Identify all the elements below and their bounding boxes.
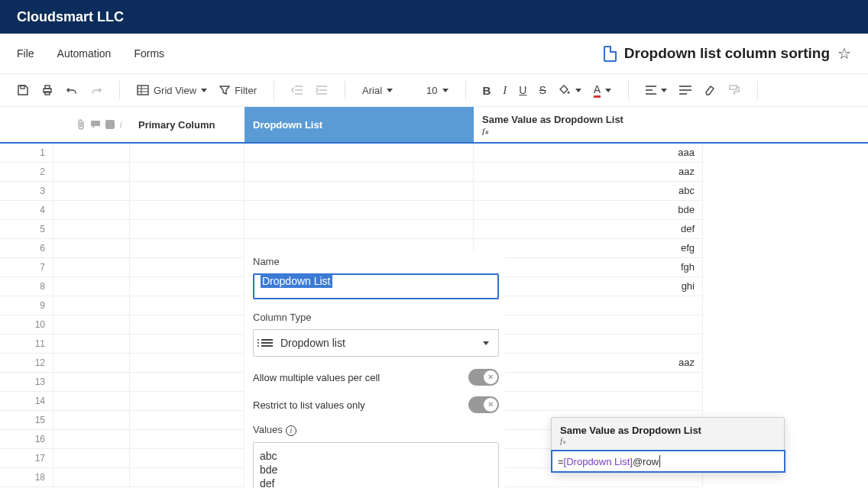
cell-primary[interactable] bbox=[130, 392, 245, 411]
info-icon[interactable]: i bbox=[286, 425, 296, 436]
row-number: 2 bbox=[0, 163, 53, 182]
row-icon-gutter bbox=[53, 449, 130, 468]
indent-icon[interactable] bbox=[313, 85, 331, 95]
svg-rect-21 bbox=[730, 86, 737, 89]
cell-same-value[interactable] bbox=[474, 315, 703, 334]
cell-dropdown[interactable] bbox=[245, 182, 474, 201]
svg-rect-22 bbox=[105, 120, 115, 129]
values-label: Valuesi bbox=[253, 424, 496, 436]
cell-same-value[interactable]: def bbox=[474, 220, 703, 239]
column-header-same-value[interactable]: Same Value as Dropdown List fₓ bbox=[474, 107, 703, 142]
table-row[interactable]: 2aaz bbox=[0, 163, 868, 182]
cell-primary[interactable] bbox=[130, 334, 245, 354]
row-icon-gutter bbox=[53, 373, 130, 392]
cell-same-value[interactable] bbox=[474, 296, 703, 315]
cell-same-value[interactable] bbox=[474, 373, 703, 392]
print-icon[interactable] bbox=[38, 84, 57, 96]
align-icon[interactable] bbox=[643, 86, 670, 95]
svg-point-14 bbox=[567, 92, 569, 94]
grid-view-dropdown[interactable]: Grid View bbox=[134, 84, 210, 96]
cell-primary[interactable] bbox=[130, 373, 245, 392]
cell-primary[interactable] bbox=[130, 449, 245, 468]
save-icon[interactable] bbox=[14, 84, 32, 96]
row-icon-gutter bbox=[53, 182, 130, 201]
formula-input[interactable]: =[Dropdown List]@row bbox=[551, 450, 785, 473]
cell-primary[interactable] bbox=[130, 430, 245, 449]
cell-primary[interactable] bbox=[130, 220, 245, 239]
cell-same-value[interactable]: abc bbox=[474, 182, 703, 201]
cell-same-value[interactable]: aaz bbox=[474, 354, 703, 373]
cell-primary[interactable] bbox=[130, 315, 245, 334]
italic-icon[interactable]: I bbox=[500, 84, 510, 97]
menu-file[interactable]: File bbox=[17, 47, 34, 60]
cell-primary[interactable] bbox=[130, 163, 245, 182]
document-title: Dropdown list column sorting bbox=[624, 45, 830, 62]
row-icon-gutter bbox=[53, 144, 130, 163]
cell-primary[interactable] bbox=[130, 239, 245, 258]
column-header-dropdown[interactable]: Dropdown List bbox=[245, 107, 474, 142]
column-type-dropdown[interactable]: Dropdown list bbox=[253, 329, 499, 357]
row-number: 18 bbox=[0, 468, 53, 487]
underline-icon[interactable]: U bbox=[516, 84, 530, 96]
row-icon-gutter bbox=[53, 430, 130, 449]
cell-same-value[interactable] bbox=[474, 334, 703, 354]
text-color-icon[interactable]: A bbox=[591, 83, 614, 98]
menu-automation[interactable]: Automation bbox=[57, 47, 112, 60]
cell-dropdown[interactable] bbox=[245, 144, 474, 163]
svg-rect-2 bbox=[45, 86, 50, 89]
cell-same-value[interactable]: efg bbox=[474, 239, 703, 258]
cell-primary[interactable] bbox=[130, 354, 245, 373]
filter-button[interactable]: Filter bbox=[216, 85, 260, 96]
strikethrough-icon[interactable]: S bbox=[536, 84, 549, 96]
svg-rect-3 bbox=[45, 92, 50, 95]
row-icon-gutter bbox=[53, 239, 130, 258]
row-icon-gutter bbox=[53, 201, 130, 220]
cell-same-value[interactable]: aaa bbox=[474, 144, 703, 163]
cell-primary[interactable] bbox=[130, 277, 245, 296]
allow-multiple-toggle[interactable] bbox=[468, 369, 499, 386]
outdent-icon[interactable] bbox=[288, 85, 306, 95]
row-number: 11 bbox=[0, 334, 53, 354]
brand-name: Cloudsmart LLC bbox=[17, 9, 124, 25]
cell-primary[interactable] bbox=[130, 201, 245, 220]
cell-primary[interactable] bbox=[130, 144, 245, 163]
font-dropdown[interactable]: Arial bbox=[359, 85, 396, 96]
cell-same-value[interactable]: fgh bbox=[474, 258, 703, 277]
fill-color-icon[interactable] bbox=[555, 84, 585, 96]
restrict-values-toggle[interactable] bbox=[468, 396, 499, 413]
cell-same-value[interactable]: bde bbox=[474, 201, 703, 220]
cell-primary[interactable] bbox=[130, 468, 245, 487]
table-row[interactable]: 4bde bbox=[0, 201, 868, 220]
clear-format-icon[interactable] bbox=[701, 85, 719, 95]
font-size-value: 10 bbox=[426, 85, 437, 96]
row-icon-gutter bbox=[53, 277, 130, 296]
wrap-text-icon[interactable] bbox=[676, 86, 695, 95]
cell-same-value[interactable] bbox=[474, 392, 703, 411]
comment-icon bbox=[90, 120, 101, 129]
cell-dropdown[interactable] bbox=[245, 201, 474, 220]
cell-same-value[interactable]: aaz bbox=[474, 163, 703, 182]
table-row[interactable]: 5def bbox=[0, 220, 868, 239]
cell-primary[interactable] bbox=[130, 182, 245, 201]
row-icon-gutter bbox=[53, 354, 130, 373]
cell-same-value[interactable]: ghi bbox=[474, 277, 703, 296]
column-properties-dialog: Name Dropdown List Column Type Dropdown … bbox=[245, 252, 504, 488]
column-name-input[interactable]: Dropdown List bbox=[253, 273, 499, 299]
menu-forms[interactable]: Forms bbox=[134, 47, 164, 60]
cell-dropdown[interactable] bbox=[245, 220, 474, 239]
cell-primary[interactable] bbox=[130, 296, 245, 315]
table-row[interactable]: 1aaa bbox=[0, 144, 868, 163]
bold-icon[interactable]: B bbox=[480, 84, 494, 97]
format-painter-icon[interactable] bbox=[725, 84, 743, 96]
redo-icon[interactable] bbox=[87, 84, 105, 96]
cell-dropdown[interactable] bbox=[245, 163, 474, 182]
font-size-dropdown[interactable]: 10 bbox=[423, 85, 451, 96]
favorite-star-icon[interactable]: ☆ bbox=[837, 44, 851, 63]
values-textarea[interactable]: abc bde def efg bbox=[253, 442, 499, 488]
undo-icon[interactable] bbox=[63, 84, 81, 96]
attachment-icon bbox=[76, 119, 86, 130]
column-header-primary[interactable]: Primary Column bbox=[130, 107, 245, 142]
cell-primary[interactable] bbox=[130, 258, 245, 277]
cell-primary[interactable] bbox=[130, 411, 245, 430]
table-row[interactable]: 3abc bbox=[0, 182, 868, 201]
